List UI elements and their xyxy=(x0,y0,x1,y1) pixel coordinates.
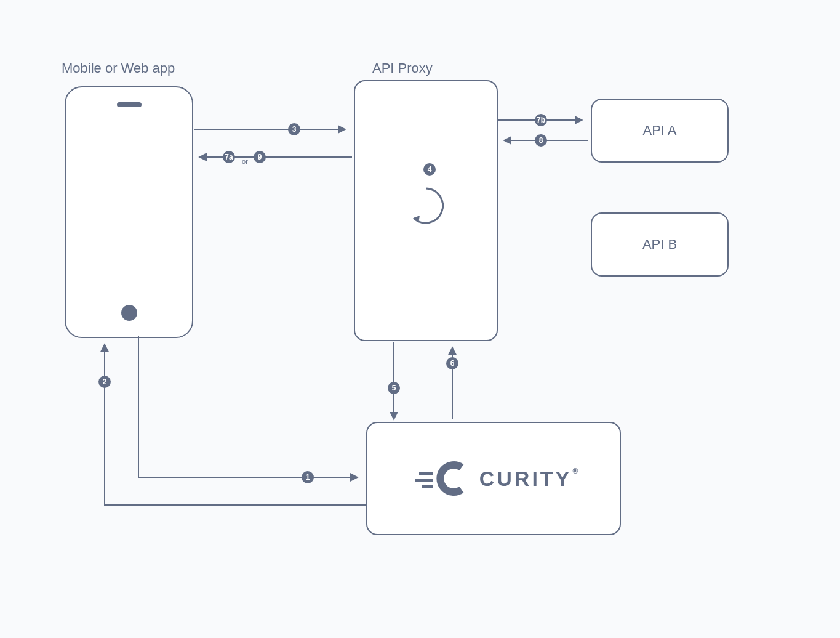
badge-5: 5 xyxy=(388,382,400,394)
curity-wordmark: CURITY® xyxy=(479,467,572,491)
api-a-label: API A xyxy=(642,123,676,139)
svg-rect-3 xyxy=(422,485,433,488)
badge-8: 8 xyxy=(535,134,547,147)
badge-4: 4 xyxy=(423,163,436,176)
label-proxy: API Proxy xyxy=(372,60,433,76)
node-api-proxy xyxy=(354,80,498,341)
cycle-icon xyxy=(401,181,450,230)
badge-6: 6 xyxy=(446,357,458,369)
badge-1: 1 xyxy=(302,471,314,483)
badge-7a: 7a xyxy=(223,151,235,163)
node-api-a: API A xyxy=(591,99,729,163)
api-b-label: API B xyxy=(642,236,677,252)
badge-7b: 7b xyxy=(535,114,547,126)
diagram-canvas: Mobile or Web app API Proxy API A API B xyxy=(0,0,840,638)
badge-9: 9 xyxy=(254,151,266,163)
phone-home-button-icon xyxy=(121,305,137,321)
badge-2: 2 xyxy=(98,376,111,388)
badge-3: 3 xyxy=(288,123,300,135)
node-mobile-app xyxy=(65,86,193,338)
svg-rect-1 xyxy=(419,472,433,475)
node-api-b: API B xyxy=(591,212,729,277)
or-label: or xyxy=(242,158,248,165)
svg-rect-2 xyxy=(415,478,433,482)
phone-speaker-icon xyxy=(117,102,142,107)
node-curity: CURITY® xyxy=(366,422,621,535)
label-app: Mobile or Web app xyxy=(62,60,175,76)
curity-logo-icon xyxy=(415,460,471,497)
